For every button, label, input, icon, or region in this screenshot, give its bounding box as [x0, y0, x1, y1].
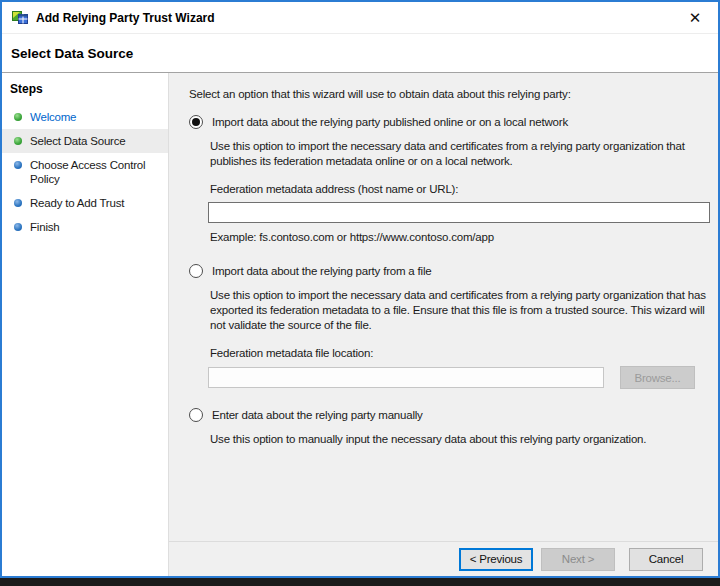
radio-option-label: Import data about the relying party from…: [212, 264, 431, 279]
wizard-window: Add Relying Party Trust Wizard ✕ Select …: [0, 0, 720, 578]
federation-metadata-address-label: Federation metadata address (host name o…: [210, 182, 707, 197]
step-item-select-data-source: Select Data Source: [2, 129, 168, 153]
steps-title: Steps: [2, 78, 168, 105]
radio-option-enter-manually[interactable]: Enter data about the relying party manua…: [189, 408, 707, 423]
federation-metadata-address-input[interactable]: [208, 202, 710, 223]
intro-text: Select an option that this wizard will u…: [189, 87, 707, 102]
radio-option-import-file[interactable]: Import data about the relying party from…: [189, 264, 707, 279]
wizard-content: Select an option that this wizard will u…: [169, 73, 718, 541]
option-description: Use this option to import the necessary …: [210, 139, 707, 169]
step-bullet-icon: [14, 113, 22, 121]
step-label: Select Data Source: [30, 134, 125, 148]
close-button[interactable]: ✕: [680, 5, 710, 31]
step-item-welcome: Welcome: [2, 105, 168, 129]
step-bullet-icon: [14, 223, 22, 231]
step-label: Welcome: [30, 110, 76, 124]
address-example-text: Example: fs.contoso.com or https://www.c…: [210, 230, 707, 245]
window-bottom-shadow: [0, 578, 720, 586]
cancel-button[interactable]: Cancel: [629, 548, 703, 571]
step-bullet-icon: [14, 161, 22, 169]
step-item-ready-to-add-trust: Ready to Add Trust: [2, 191, 168, 215]
option-description: Use this option to manually input the ne…: [210, 432, 707, 447]
page-title: Select Data Source: [11, 46, 133, 61]
option-description: Use this option to import the necessary …: [210, 288, 707, 333]
radio-option-label: Import data about the relying party publ…: [212, 115, 568, 130]
page-header: Select Data Source: [2, 34, 718, 73]
radio-option-import-online[interactable]: Import data about the relying party publ…: [189, 115, 707, 130]
step-bullet-icon: [14, 199, 22, 207]
title-bar: Add Relying Party Trust Wizard ✕: [2, 2, 718, 34]
browse-button: Browse...: [620, 366, 695, 389]
radio-option-label: Enter data about the relying party manua…: [212, 408, 423, 423]
step-label: Finish: [30, 220, 59, 234]
wizard-footer: < Previous Next > Cancel: [169, 541, 718, 576]
step-item-finish: Finish: [2, 215, 168, 239]
next-button: Next >: [541, 548, 615, 571]
radio-button-icon[interactable]: [189, 264, 203, 278]
steps-sidebar: Steps Welcome Select Data Source Choose …: [2, 73, 169, 576]
window-title: Add Relying Party Trust Wizard: [36, 11, 215, 25]
step-label: Choose Access Control Policy: [30, 158, 162, 186]
step-bullet-icon: [14, 137, 22, 145]
step-item-choose-access-control-policy: Choose Access Control Policy: [2, 153, 168, 191]
federation-metadata-file-label: Federation metadata file location:: [210, 346, 707, 361]
radio-button-icon[interactable]: [189, 408, 203, 422]
previous-button[interactable]: < Previous: [459, 548, 533, 571]
federation-metadata-file-input: [208, 367, 604, 388]
wizard-icon: [12, 10, 28, 26]
step-label: Ready to Add Trust: [30, 196, 124, 210]
radio-button-icon[interactable]: [189, 115, 203, 129]
